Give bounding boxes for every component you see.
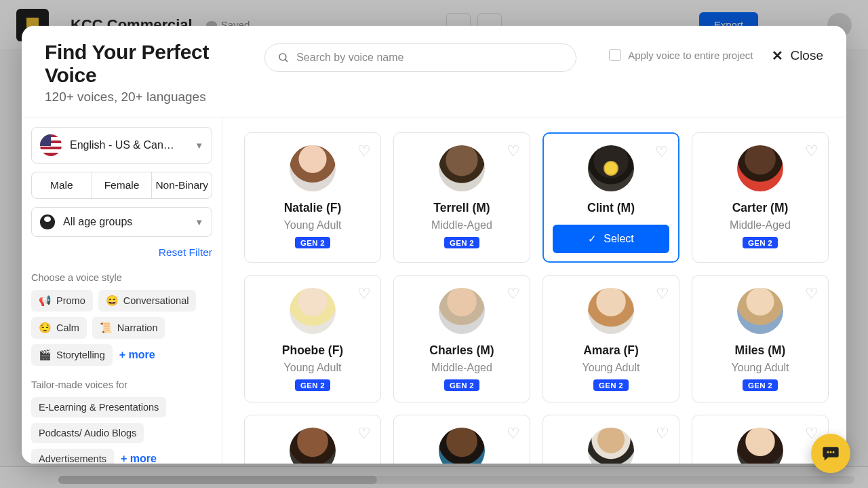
voice-name: Terrell (M) — [403, 201, 520, 215]
voice-name: Carter (M) — [702, 201, 818, 215]
language-value: English - US & Can… — [70, 139, 186, 151]
close-button[interactable]: ✕ Close — [772, 48, 823, 64]
favorite-icon[interactable]: ♡ — [656, 285, 669, 303]
voice-avatar — [439, 145, 485, 191]
voice-card[interactable]: ♡Alicia (F) — [692, 415, 829, 464]
favorite-icon[interactable]: ♡ — [805, 143, 818, 160]
voice-avatar — [737, 428, 783, 464]
favorite-icon[interactable]: ♡ — [357, 285, 371, 303]
apply-entire-project[interactable]: Apply voice to entire project — [609, 49, 753, 61]
tailor-chip-row: E-Learning & Presentations Podcasts/ Aud… — [31, 397, 212, 464]
scroll-icon: 📜 — [100, 322, 113, 334]
gender-option-nonbinary[interactable]: Non-Binary — [151, 172, 212, 198]
voice-age: Middle-Aged — [702, 219, 818, 231]
clapper-icon: 🎬 — [39, 349, 52, 361]
check-icon: ✓ — [588, 233, 597, 245]
voice-grid-scroll[interactable]: ♡Natalie (F)Young AdultGEN 2♡Terrell (M)… — [222, 117, 846, 464]
modal-subtitle: 120+ voices, 20+ languages — [45, 90, 232, 105]
gender-option-female[interactable]: Female — [92, 172, 152, 198]
style-chip-storytelling[interactable]: 🎬Storytelling — [31, 344, 113, 366]
tailor-section-label: Tailor-made voices for — [31, 379, 212, 390]
voice-card[interactable]: ♡Natalie (F)Young AdultGEN 2 — [244, 132, 381, 263]
search-box[interactable] — [264, 43, 576, 72]
language-select[interactable]: English - US & Can… ▼ — [31, 127, 212, 164]
voice-avatar — [439, 288, 485, 334]
voice-card[interactable]: ♡Amara (F)Young AdultGEN 2 — [542, 275, 679, 402]
voice-picker-modal: Find Your Perfect Voice 120+ voices, 20+… — [22, 26, 846, 464]
voice-name: Phoebe (F) — [254, 343, 371, 358]
voice-card[interactable]: ♡Marcus (M) — [393, 415, 530, 464]
voice-card[interactable]: ♡Terrell (M)Middle-AgedGEN 2 — [393, 132, 530, 263]
gender-option-male[interactable]: Male — [32, 172, 92, 198]
tailor-chip-podcasts[interactable]: Podcasts/ Audio Blogs — [31, 423, 144, 443]
gen-badge: GEN 2 — [295, 379, 330, 391]
smile-icon: 😄 — [106, 295, 119, 307]
voice-avatar — [290, 288, 336, 334]
favorite-icon[interactable]: ♡ — [656, 425, 669, 443]
svg-point-2 — [827, 451, 829, 453]
voice-age: Middle-Aged — [403, 362, 520, 374]
person-icon — [40, 214, 55, 229]
gen-badge: GEN 2 — [593, 379, 629, 391]
search-input[interactable] — [296, 52, 564, 64]
header-titles: Find Your Perfect Voice 120+ voices, 20+… — [45, 41, 232, 105]
apply-checkbox[interactable] — [609, 49, 621, 61]
gen-badge: GEN 2 — [743, 379, 778, 391]
close-label: Close — [790, 48, 823, 63]
voice-card[interactable]: ♡Carter (M)Middle-AgedGEN 2 — [692, 132, 829, 263]
age-select[interactable]: All age groups ▼ — [31, 207, 212, 237]
apply-checkbox-label: Apply voice to entire project — [628, 50, 753, 61]
modal-body: English - US & Can… ▼ Male Female Non-Bi… — [22, 117, 846, 464]
style-chip-narration[interactable]: 📜Narration — [92, 317, 165, 339]
gen-badge: GEN 2 — [444, 237, 479, 248]
voice-card[interactable]: ♡Phoebe (F)Young AdultGEN 2 — [244, 275, 381, 402]
select-voice-button[interactable]: ✓Select — [553, 225, 669, 253]
chat-fab[interactable] — [811, 434, 850, 473]
relaxed-icon: 😌 — [39, 322, 52, 334]
voice-age: Young Adult — [254, 219, 371, 231]
modal-title: Find Your Perfect Voice — [45, 41, 232, 87]
favorite-icon[interactable]: ♡ — [507, 285, 520, 303]
favorite-icon[interactable]: ♡ — [655, 143, 669, 161]
voice-avatar — [588, 288, 634, 334]
style-chip-conversational[interactable]: 😄Conversational — [98, 290, 197, 312]
voice-card[interactable]: ♡Miles (M)Young AdultGEN 2 — [692, 275, 829, 402]
favorite-icon[interactable]: ♡ — [357, 143, 371, 160]
voice-avatar — [737, 288, 783, 334]
voice-name: Amara (F) — [553, 343, 669, 358]
voice-age: Young Adult — [553, 362, 669, 374]
modal-header: Find Your Perfect Voice 120+ voices, 20+… — [22, 26, 846, 117]
styles-more-link[interactable]: + more — [118, 346, 157, 364]
voice-name: Charles (M) — [403, 343, 520, 358]
chevron-down-icon: ▼ — [195, 140, 203, 151]
svg-point-0 — [279, 54, 286, 60]
voice-name: Clint (M) — [553, 201, 669, 215]
style-chip-promo[interactable]: 📢Promo — [31, 290, 93, 312]
style-chip-calm[interactable]: 😌Calm — [31, 317, 87, 339]
voice-name: Miles (M) — [702, 343, 818, 358]
voice-avatar — [439, 428, 485, 464]
style-chip-row: 📢Promo 😄Conversational 😌Calm 📜Narration … — [31, 290, 212, 366]
favorite-icon[interactable]: ♡ — [357, 425, 371, 443]
voice-card[interactable]: ♡Clint (M)✓Select — [542, 132, 679, 263]
svg-point-4 — [833, 451, 835, 453]
flag-us-icon — [40, 134, 62, 156]
tailor-chip-advertisements[interactable]: Advertisements — [31, 449, 114, 464]
voice-card[interactable]: ♡Naomi (F) — [244, 415, 381, 464]
tailor-more-link[interactable]: + more — [119, 450, 158, 464]
voice-avatar — [290, 145, 336, 191]
favorite-icon[interactable]: ♡ — [805, 285, 818, 303]
reset-filter-link[interactable]: Reset Filter — [31, 246, 212, 259]
svg-point-3 — [830, 451, 832, 453]
voice-name: Natalie (F) — [254, 201, 371, 215]
megaphone-icon: 📢 — [39, 295, 52, 307]
favorite-icon[interactable]: ♡ — [507, 143, 520, 160]
tailor-chip-elearning[interactable]: E-Learning & Presentations — [31, 397, 166, 417]
voice-card[interactable]: ♡Ken (M) — [542, 415, 679, 464]
select-button-label: Select — [604, 233, 633, 245]
favorite-icon[interactable]: ♡ — [507, 425, 520, 443]
voice-age: Young Adult — [254, 362, 371, 374]
voice-card[interactable]: ♡Charles (M)Middle-AgedGEN 2 — [393, 275, 530, 402]
voice-avatar — [290, 428, 336, 464]
chat-icon — [821, 444, 840, 463]
